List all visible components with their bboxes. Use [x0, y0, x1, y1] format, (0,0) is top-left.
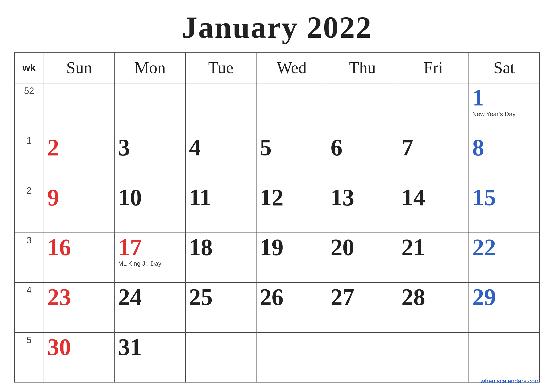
- day-number: 30: [47, 335, 111, 359]
- day-cell: 21: [398, 233, 469, 282]
- day-cell: 28: [398, 282, 469, 332]
- day-number: 3: [118, 136, 182, 159]
- day-number: 26: [260, 285, 324, 309]
- day-cell: 18: [186, 233, 256, 282]
- thu-header: Thu: [327, 52, 398, 83]
- week-number: 5: [14, 333, 44, 382]
- day-cell: [44, 83, 115, 133]
- day-cell: 16: [44, 233, 115, 282]
- day-cell: [327, 83, 398, 133]
- week-row: 521New Year's Day: [14, 83, 540, 133]
- day-cell: 9: [44, 183, 115, 233]
- holiday-label: New Year's Day: [472, 111, 536, 118]
- day-cell: 27: [327, 282, 398, 332]
- day-cell: [115, 83, 186, 133]
- day-number: 23: [47, 285, 111, 309]
- day-cell: 8: [469, 133, 540, 183]
- day-number: 31: [118, 335, 182, 359]
- week-number: 1: [14, 133, 44, 183]
- day-number: 2: [47, 136, 111, 159]
- day-number: 22: [472, 235, 536, 259]
- day-number: 10: [118, 186, 182, 209]
- day-number: 6: [331, 136, 394, 159]
- day-cell: 19: [256, 233, 327, 282]
- watermark-text: wheniscalendars.com: [481, 378, 540, 385]
- day-number: 13: [331, 186, 394, 209]
- header-row: wk Sun Mon Tue Wed Thu Fri Sat: [14, 52, 540, 83]
- mon-header: Mon: [115, 52, 186, 83]
- day-number: 20: [331, 235, 394, 259]
- day-cell: 2: [44, 133, 115, 183]
- day-cell: [469, 333, 540, 382]
- day-cell: 1New Year's Day: [469, 83, 540, 133]
- week-number: 4: [14, 282, 44, 332]
- day-number: 15: [472, 186, 536, 209]
- day-cell: 11: [186, 183, 256, 233]
- day-number: 17: [118, 235, 182, 259]
- day-number: 28: [402, 285, 465, 309]
- day-number: 14: [402, 186, 465, 209]
- day-cell: 3: [115, 133, 186, 183]
- day-cell: 13: [327, 183, 398, 233]
- day-cell: 31: [115, 333, 186, 382]
- week-number: 2: [14, 183, 44, 233]
- week-row: 31617ML King Jr. Day1819202122: [14, 233, 540, 282]
- day-number: 8: [472, 136, 536, 159]
- day-number: 11: [189, 186, 253, 209]
- day-cell: 17ML King Jr. Day: [115, 233, 186, 282]
- day-number: 25: [189, 285, 253, 309]
- day-cell: 26: [256, 282, 327, 332]
- day-number: 1: [472, 86, 536, 110]
- wk-header: wk: [14, 52, 44, 83]
- day-cell: 15: [469, 183, 540, 233]
- day-number: 19: [260, 235, 324, 259]
- day-cell: [256, 83, 327, 133]
- sat-header: Sat: [469, 52, 540, 83]
- day-cell: 30: [44, 333, 115, 382]
- day-cell: 7: [398, 133, 469, 183]
- day-cell: [186, 333, 256, 382]
- week-row: 53031: [14, 333, 540, 382]
- day-number: 4: [189, 136, 253, 159]
- day-number: 7: [402, 136, 465, 159]
- day-cell: 5: [256, 133, 327, 183]
- day-number: 18: [189, 235, 253, 259]
- week-row: 29101112131415: [14, 183, 540, 233]
- sun-header: Sun: [44, 52, 115, 83]
- day-number: 24: [118, 285, 182, 309]
- day-number: 21: [402, 235, 465, 259]
- day-cell: [186, 83, 256, 133]
- holiday-label: ML King Jr. Day: [118, 260, 182, 267]
- calendar-table: wk Sun Mon Tue Wed Thu Fri Sat 521New Ye…: [14, 52, 540, 383]
- day-number: 12: [260, 186, 324, 209]
- tue-header: Tue: [186, 52, 256, 83]
- day-cell: 4: [186, 133, 256, 183]
- week-number: 3: [14, 233, 44, 282]
- day-cell: 29: [469, 282, 540, 332]
- calendar-body: 521New Year's Day12345678291011121314153…: [14, 83, 540, 382]
- day-number: 29: [472, 285, 536, 309]
- day-cell: [398, 83, 469, 133]
- day-cell: 20: [327, 233, 398, 282]
- page-title: January 2022: [182, 9, 372, 45]
- day-cell: 24: [115, 282, 186, 332]
- day-number: 9: [47, 186, 111, 209]
- week-row: 12345678: [14, 133, 540, 183]
- day-cell: 6: [327, 133, 398, 183]
- watermark[interactable]: wheniscalendars.com: [481, 378, 540, 385]
- day-number: 27: [331, 285, 394, 309]
- day-cell: 23: [44, 282, 115, 332]
- day-cell: 12: [256, 183, 327, 233]
- day-cell: [256, 333, 327, 382]
- day-cell: [398, 333, 469, 382]
- week-number: 52: [14, 83, 44, 133]
- day-cell: 14: [398, 183, 469, 233]
- day-number: 5: [260, 136, 324, 159]
- day-cell: 25: [186, 282, 256, 332]
- day-cell: 10: [115, 183, 186, 233]
- week-row: 423242526272829: [14, 282, 540, 332]
- fri-header: Fri: [398, 52, 469, 83]
- day-cell: 22: [469, 233, 540, 282]
- wed-header: Wed: [256, 52, 327, 83]
- day-cell: [327, 333, 398, 382]
